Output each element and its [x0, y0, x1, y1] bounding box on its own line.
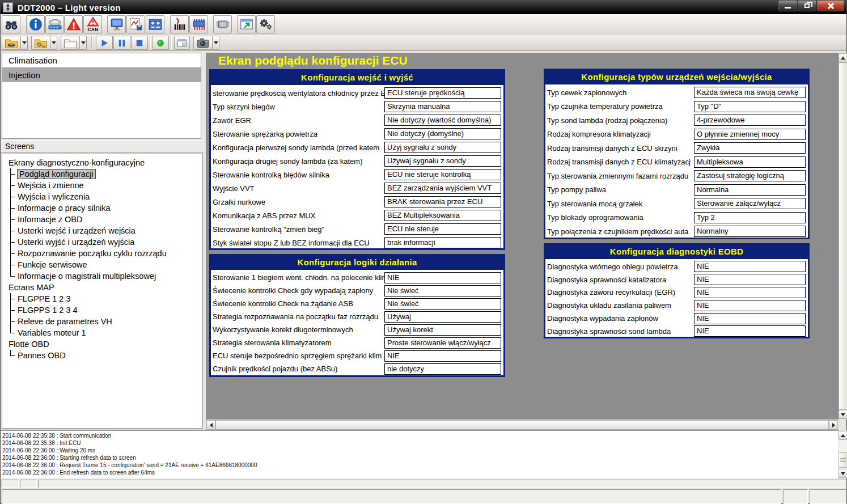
scrollbar-thumb[interactable] — [215, 420, 829, 430]
config-value: NIE — [694, 274, 806, 285]
scroll-right-button[interactable] — [829, 420, 838, 430]
scrollbar-thumb[interactable] — [838, 452, 847, 468]
settings-gears-icon[interactable] — [256, 15, 275, 33]
panel-title: Konfiguracja typów urządzeń wejścia/wyjś… — [545, 70, 808, 84]
config-value: Typ 2 — [694, 212, 806, 223]
config-label: Wykorzystywanie korekt długoterminowych — [211, 325, 384, 334]
config-value: Multipleksowa — [694, 156, 806, 168]
tree-item[interactable]: FLGPPE 1 2 3 — [2, 293, 202, 304]
open-key-folder-dropdown[interactable] — [50, 36, 57, 50]
scroll-up-button[interactable] — [838, 431, 847, 440]
open-vehicle-folder-icon[interactable] — [2, 36, 21, 50]
tree-item[interactable]: Variables moteur 1 — [2, 327, 202, 338]
stop-icon[interactable] — [131, 36, 148, 50]
config-row: Konfiguracja pierwszej sondy lambda (prz… — [211, 141, 503, 154]
toolbar-separator — [91, 36, 92, 49]
panel-device-types-config: Konfiguracja typów urządzeń wejścia/wyjś… — [544, 69, 810, 239]
config-row: Typ czujnika temperatury powietrzaTyp "D… — [545, 100, 808, 114]
config-row: Diagnostyka wypadania zapłonówNIE — [545, 312, 808, 325]
tree-item[interactable]: Usterki wyjść i urządzeń wyjścia — [2, 236, 202, 248]
tree-item[interactable]: Ekrany diagnostyczno-konfiguracyjne — [2, 157, 202, 168]
title-bar: DDT2000 – Light version — [1, 1, 846, 14]
tree-item[interactable]: Pannes OBD — [2, 350, 202, 361]
control-panel-icon[interactable] — [146, 15, 164, 33]
arrow-down-icon — [841, 472, 845, 475]
tree-item-label: Informacje z OBD — [18, 215, 82, 224]
minimize-icon — [785, 7, 791, 9]
config-row: Diagnostyka zaworu recyrkulacji (EGR)NIE — [545, 286, 808, 299]
tree-item[interactable]: Funkcje serwisowe — [2, 259, 202, 270]
panel-rows: Diagnostyka wtórnego obiegu powietrzaNIE… — [545, 259, 808, 338]
log-line: 2014-06-08 22:36:00 : Waiting 20 ms — [2, 447, 838, 454]
measurement-probe-icon[interactable] — [170, 15, 189, 33]
config-row: Konfiguracja drugiej sondy lambda (za ka… — [211, 154, 503, 168]
config-value: Każda świeca ma swoją cewkę — [694, 87, 806, 98]
config-row: Typ cewek zapłonowychKażda świeca ma swo… — [545, 86, 808, 100]
sidebar-item-injection[interactable]: Injection — [2, 67, 201, 82]
warning-icon[interactable] — [64, 15, 83, 33]
tree-item[interactable]: Informacje o magistrali multipleksowej — [2, 270, 202, 282]
sidebar-item-climatisation[interactable]: Climatisation — [2, 53, 201, 67]
record-icon[interactable] — [152, 36, 169, 50]
tree-item[interactable]: Podgląd konfiguracji — [2, 168, 202, 180]
form-window-icon[interactable] — [174, 36, 190, 50]
toolbar-separator — [171, 36, 172, 49]
config-row: Grzałki nurkoweBRAK sterowania przez ECU — [211, 195, 503, 209]
graph-save-icon[interactable] — [126, 15, 145, 33]
open-key-folder-icon[interactable] — [31, 36, 50, 50]
main-horizontal-scrollbar[interactable] — [206, 420, 838, 430]
tree-item[interactable]: FLGPPS 1 2 3 4 — [2, 304, 202, 316]
snapshot-camera-dropdown[interactable] — [213, 36, 219, 50]
config-label: Typ czujnika temperatury powietrza — [545, 102, 694, 111]
config-value: NIE — [694, 325, 806, 337]
open-vehicle-folder-dropdown[interactable] — [21, 36, 28, 50]
tree-item[interactable]: Flotte OBD — [2, 338, 202, 350]
config-label: Sterowanie sprężarką powietrza — [211, 130, 384, 138]
play-icon[interactable] — [96, 36, 113, 50]
restore-button[interactable] — [798, 1, 816, 11]
panel-title: Konfiguracja wejść i wyjść — [211, 71, 503, 85]
info-icon[interactable] — [26, 15, 45, 33]
tree-item[interactable]: Informacje z OBD — [2, 214, 202, 225]
tree-item[interactable]: Usterki wejść i urządzeń wejścia — [2, 225, 202, 236]
panel-eobd-diagnostics: Konfiguracja diagnostyki EOBD Diagnostyk… — [544, 243, 810, 338]
minimize-button[interactable] — [778, 1, 797, 11]
config-value: 4-przewodowe — [694, 115, 806, 126]
scroll-down-button[interactable] — [838, 469, 847, 478]
main-vertical-scrollbar[interactable] — [838, 53, 847, 420]
config-value: Zastosuj strategię logiczną — [694, 170, 806, 181]
tree-item[interactable]: Informacje o pracy silnika — [2, 202, 202, 214]
config-value: Użyj sygnału z sondy — [384, 142, 501, 153]
scroll-left-button[interactable] — [206, 420, 215, 430]
tree-item[interactable]: Rozpoznawanie początku cyklu rozrządu — [2, 248, 202, 259]
connector-icon[interactable] — [189, 15, 208, 33]
scroll-up-button[interactable] — [838, 53, 847, 62]
tree-item[interactable]: Wejścia i zmienne — [2, 180, 202, 191]
close-button[interactable] — [817, 1, 844, 11]
scroll-down-button[interactable] — [838, 410, 847, 419]
config-value: BRAK sterowania przez ECU — [384, 196, 501, 207]
config-label: Typ blokady oprogramowania — [545, 213, 694, 222]
config-row: ECU steruje bezpośrednio sprzęgłem spręż… — [211, 349, 503, 362]
snapshot-camera-icon[interactable] — [193, 36, 213, 50]
config-value: NIE — [384, 272, 501, 283]
window-export-icon[interactable] — [237, 15, 256, 33]
new-folder-dropdown[interactable] — [80, 36, 87, 50]
config-value: Sterowanie załącz/wyłącz — [694, 198, 806, 209]
can-warning-icon[interactable]: CAN — [83, 15, 102, 33]
screen-icon[interactable] — [107, 15, 126, 33]
tree-item[interactable]: Ecrans MAP — [2, 282, 202, 293]
status-cell — [810, 489, 846, 504]
vehicle-data-icon[interactable] — [45, 15, 64, 33]
new-folder-icon[interactable] — [61, 36, 80, 50]
tree-item[interactable]: Releve de parametres VH — [2, 316, 202, 327]
app-icon — [3, 2, 13, 12]
scrollbar-thumb[interactable] — [838, 62, 847, 410]
panel-rows: Typ cewek zapłonowychKażda świeca ma swo… — [545, 84, 808, 239]
log-vertical-scrollbar[interactable] — [838, 430, 847, 478]
config-label: Czujnik prędkości pojazdu (bez ABSu) — [211, 365, 384, 373]
chip-icon[interactable] — [213, 15, 232, 33]
tree-item[interactable]: Wyjścia i wyliczenia — [2, 191, 202, 202]
pause-icon[interactable] — [113, 36, 130, 50]
binoculars-search-icon[interactable] — [2, 15, 20, 33]
